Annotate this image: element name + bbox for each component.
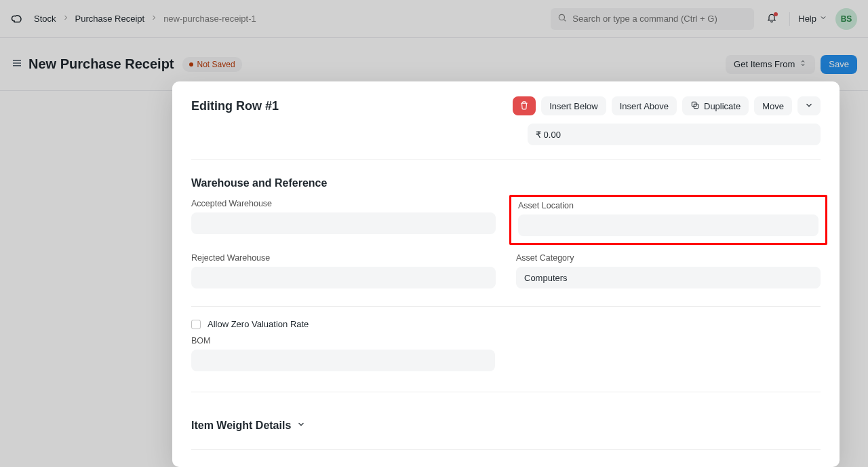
duplicate-button[interactable]: Duplicate — [682, 96, 749, 115]
asset-location-label: Asset Location — [518, 201, 818, 210]
modal-header: Editing Row #1 Insert Below Insert Above… — [172, 81, 840, 124]
rejected-warehouse-label: Rejected Warehouse — [191, 253, 496, 263]
chevron-down-icon — [296, 419, 306, 432]
field-asset-location: Asset Location — [518, 201, 818, 236]
chevron-down-icon — [804, 100, 814, 112]
field-asset-category: Asset Category — [516, 253, 821, 288]
bom-input[interactable] — [191, 350, 495, 371]
field-accepted-warehouse: Accepted Warehouse — [191, 199, 496, 238]
accepted-warehouse-input[interactable] — [191, 212, 496, 234]
duplicate-label: Duplicate — [704, 101, 741, 111]
modal-more-button[interactable] — [797, 96, 821, 115]
accepted-warehouse-label: Accepted Warehouse — [191, 199, 496, 208]
row-editor-modal: Editing Row #1 Insert Below Insert Above… — [172, 81, 840, 467]
divider — [191, 159, 821, 160]
prev-section-tail: ₹ 0.00 — [191, 124, 821, 159]
allow-zero-checkbox[interactable] — [191, 320, 201, 329]
item-weight-title: Item Weight Details — [191, 419, 291, 432]
asset-location-highlight: Asset Location — [509, 195, 827, 245]
asset-location-input[interactable] — [518, 214, 818, 236]
allow-zero-row[interactable]: Allow Zero Valuation Rate — [191, 319, 821, 329]
amount-display: ₹ 0.00 — [528, 124, 821, 145]
move-button[interactable]: Move — [754, 96, 792, 115]
field-rejected-warehouse: Rejected Warehouse — [191, 253, 496, 288]
trash-icon — [519, 100, 529, 112]
asset-category-label: Asset Category — [516, 253, 821, 263]
bom-label: BOM — [191, 336, 495, 345]
rejected-warehouse-input[interactable] — [191, 267, 496, 288]
divider — [191, 449, 821, 450]
divider — [191, 392, 821, 392]
modal-body[interactable]: ₹ 0.00 Warehouse and Reference Accepted … — [172, 124, 840, 467]
modal-title: Editing Row #1 — [191, 99, 279, 113]
item-weight-section-toggle[interactable]: Item Weight Details — [191, 405, 821, 432]
allow-zero-label: Allow Zero Valuation Rate — [208, 319, 309, 329]
field-bom: BOM — [191, 336, 495, 371]
duplicate-icon — [690, 100, 700, 112]
insert-above-button[interactable]: Insert Above — [612, 96, 677, 115]
divider — [191, 306, 821, 307]
insert-below-button[interactable]: Insert Below — [541, 96, 606, 115]
asset-category-input[interactable] — [516, 267, 821, 288]
delete-row-button[interactable] — [513, 96, 536, 115]
